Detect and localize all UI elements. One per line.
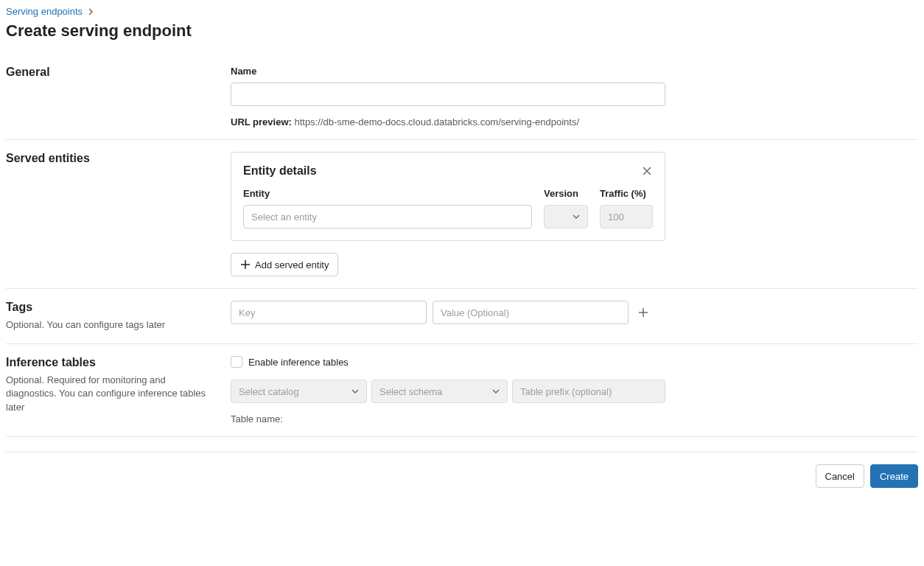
- catalog-select[interactable]: Select catalog: [231, 380, 367, 403]
- enable-inference-checkbox[interactable]: [231, 356, 242, 368]
- traffic-label: Traffic (%): [600, 188, 653, 199]
- section-heading-tags: Tags: [6, 301, 213, 314]
- section-inference: Inference tables Optional. Required for …: [6, 344, 918, 437]
- traffic-input: [600, 205, 653, 228]
- section-tags: Tags Optional. You can configure tags la…: [6, 289, 918, 344]
- section-heading-general: General: [6, 66, 213, 79]
- chevron-down-icon: [573, 213, 580, 220]
- inference-subtext: Optional. Required for monitoring and di…: [6, 374, 213, 414]
- create-button-label: Create: [880, 471, 909, 482]
- url-preview-value: https://db-sme-demo-docs.cloud.databrick…: [294, 116, 579, 127]
- version-select[interactable]: [544, 205, 588, 228]
- schema-select-placeholder: Select schema: [379, 386, 442, 397]
- entity-select[interactable]: Select an entity: [243, 205, 532, 228]
- close-icon: [641, 165, 653, 177]
- catalog-select-placeholder: Select catalog: [239, 386, 299, 397]
- section-heading-served-entities: Served entities: [6, 152, 213, 165]
- entity-label: Entity: [243, 188, 532, 199]
- chevron-right-icon: [87, 8, 94, 15]
- breadcrumb: Serving endpoints: [6, 6, 918, 17]
- cancel-button-label: Cancel: [825, 471, 855, 482]
- section-heading-inference: Inference tables: [6, 356, 213, 369]
- cancel-button[interactable]: Cancel: [816, 464, 864, 488]
- table-name-label: Table name:: [231, 413, 665, 424]
- enable-inference-label: Enable inference tables: [248, 357, 349, 368]
- name-input[interactable]: [231, 83, 665, 106]
- close-entity-button[interactable]: [641, 165, 653, 177]
- plus-icon: [638, 307, 648, 318]
- version-label: Version: [544, 188, 588, 199]
- section-served-entities: Served entities Entity details Entity Se…: [6, 140, 918, 289]
- table-prefix-input: [512, 380, 665, 403]
- add-tag-button[interactable]: [634, 304, 652, 321]
- plus-icon: [240, 259, 251, 270]
- create-button[interactable]: Create: [870, 464, 918, 488]
- name-label: Name: [231, 66, 665, 77]
- add-served-entity-label: Add served entity: [255, 259, 329, 270]
- chevron-down-icon: [492, 388, 500, 395]
- url-preview-label: URL preview:: [231, 116, 292, 127]
- footer: Cancel Create: [6, 452, 918, 488]
- tag-key-input[interactable]: [231, 301, 427, 324]
- entity-card-title: Entity details: [243, 164, 317, 178]
- breadcrumb-parent-link[interactable]: Serving endpoints: [6, 6, 83, 17]
- add-served-entity-button[interactable]: Add served entity: [231, 253, 338, 276]
- tags-subtext: Optional. You can configure tags later: [6, 318, 213, 332]
- chevron-down-icon: [351, 388, 359, 395]
- section-general: General Name URL preview: https://db-sme…: [6, 54, 918, 140]
- tag-value-input[interactable]: [433, 301, 629, 324]
- entity-details-card: Entity details Entity Select an entity V…: [231, 152, 665, 241]
- entity-select-placeholder: Select an entity: [251, 212, 317, 223]
- page-title: Create serving endpoint: [6, 21, 918, 41]
- schema-select[interactable]: Select schema: [371, 380, 508, 403]
